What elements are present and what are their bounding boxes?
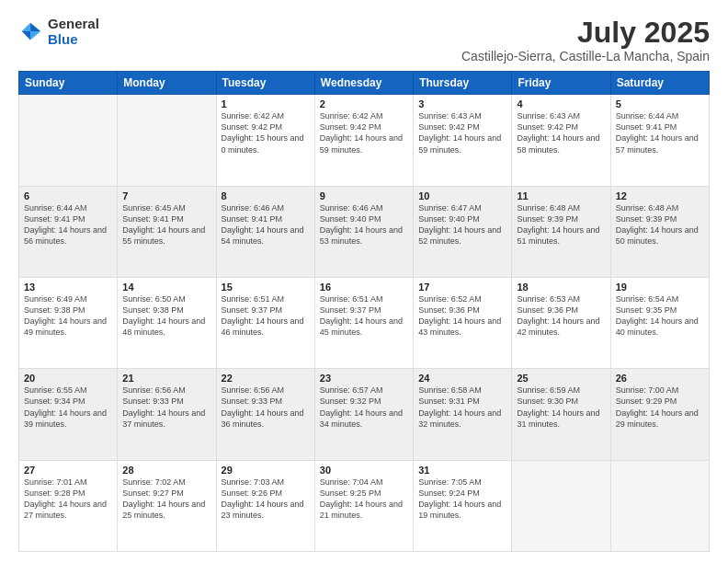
logo: General Blue xyxy=(18,17,99,47)
day-number: 9 xyxy=(320,190,408,201)
day-cell: 30Sunrise: 7:04 AM Sunset: 9:25 PM Dayli… xyxy=(314,460,413,551)
day-info: Sunrise: 6:47 AM Sunset: 9:40 PM Dayligh… xyxy=(418,202,506,247)
day-info: Sunrise: 6:59 AM Sunset: 9:30 PM Dayligh… xyxy=(517,385,605,430)
subtitle: Castillejo-Sierra, Castille-La Mancha, S… xyxy=(461,49,710,63)
day-info: Sunrise: 6:46 AM Sunset: 9:41 PM Dayligh… xyxy=(222,202,310,247)
day-cell: 27Sunrise: 7:01 AM Sunset: 9:28 PM Dayli… xyxy=(19,460,118,551)
day-info: Sunrise: 6:43 AM Sunset: 9:42 PM Dayligh… xyxy=(517,110,605,155)
day-info: Sunrise: 6:42 AM Sunset: 9:42 PM Dayligh… xyxy=(222,110,310,155)
day-info: Sunrise: 6:56 AM Sunset: 9:33 PM Dayligh… xyxy=(222,385,310,430)
day-cell: 4Sunrise: 6:43 AM Sunset: 9:42 PM Daylig… xyxy=(512,95,610,186)
day-number: 7 xyxy=(122,190,210,201)
day-number: 28 xyxy=(122,465,210,476)
day-number: 19 xyxy=(616,282,704,293)
logo-icon xyxy=(18,19,44,45)
day-number: 16 xyxy=(320,282,408,293)
day-number: 11 xyxy=(517,190,605,201)
svg-marker-1 xyxy=(22,22,30,30)
day-number: 27 xyxy=(24,465,112,476)
day-cell: 8Sunrise: 6:46 AM Sunset: 9:41 PM Daylig… xyxy=(216,186,314,277)
day-cell: 9Sunrise: 6:46 AM Sunset: 9:40 PM Daylig… xyxy=(314,186,413,277)
day-number: 2 xyxy=(320,98,408,109)
weekday-header-row: Sunday Monday Tuesday Wednesday Thursday… xyxy=(19,72,710,95)
day-info: Sunrise: 6:45 AM Sunset: 9:41 PM Dayligh… xyxy=(122,202,210,247)
day-info: Sunrise: 6:51 AM Sunset: 9:37 PM Dayligh… xyxy=(222,293,310,339)
day-cell: 29Sunrise: 7:03 AM Sunset: 9:26 PM Dayli… xyxy=(216,460,314,551)
day-cell: 1Sunrise: 6:42 AM Sunset: 9:42 PM Daylig… xyxy=(216,95,314,186)
svg-marker-0 xyxy=(30,22,40,30)
day-info: Sunrise: 6:44 AM Sunset: 9:41 PM Dayligh… xyxy=(616,110,704,155)
day-cell: 5Sunrise: 6:44 AM Sunset: 9:41 PM Daylig… xyxy=(610,95,709,186)
day-info: Sunrise: 6:48 AM Sunset: 9:39 PM Dayligh… xyxy=(517,202,605,247)
day-info: Sunrise: 6:49 AM Sunset: 9:38 PM Dayligh… xyxy=(24,293,112,339)
day-cell: 3Sunrise: 6:43 AM Sunset: 9:42 PM Daylig… xyxy=(414,95,512,186)
day-number: 14 xyxy=(122,282,210,293)
svg-marker-2 xyxy=(30,31,40,40)
day-info: Sunrise: 6:54 AM Sunset: 9:35 PM Dayligh… xyxy=(616,293,704,339)
day-cell: 18Sunrise: 6:53 AM Sunset: 9:36 PM Dayli… xyxy=(512,277,610,368)
day-number: 13 xyxy=(24,282,112,293)
day-info: Sunrise: 6:58 AM Sunset: 9:31 PM Dayligh… xyxy=(418,385,506,430)
day-cell xyxy=(512,460,610,551)
day-cell: 21Sunrise: 6:56 AM Sunset: 9:33 PM Dayli… xyxy=(118,369,216,460)
header-sunday: Sunday xyxy=(19,72,118,95)
day-number: 6 xyxy=(24,190,112,201)
logo-text: General Blue xyxy=(48,17,99,47)
day-info: Sunrise: 6:43 AM Sunset: 9:42 PM Dayligh… xyxy=(418,110,506,155)
header-monday: Monday xyxy=(118,72,216,95)
day-number: 4 xyxy=(517,98,605,109)
header-thursday: Thursday xyxy=(414,72,512,95)
page: General Blue July 2025 Castillejo-Sierra… xyxy=(0,0,728,563)
week-row-3: 13Sunrise: 6:49 AM Sunset: 9:38 PM Dayli… xyxy=(19,277,710,368)
logo-blue: Blue xyxy=(48,32,99,48)
svg-marker-3 xyxy=(22,31,30,40)
week-row-2: 6Sunrise: 6:44 AM Sunset: 9:41 PM Daylig… xyxy=(19,186,710,277)
day-cell: 25Sunrise: 6:59 AM Sunset: 9:30 PM Dayli… xyxy=(512,369,610,460)
day-cell xyxy=(19,95,118,186)
day-cell xyxy=(118,95,216,186)
day-number: 18 xyxy=(517,282,605,293)
day-info: Sunrise: 6:52 AM Sunset: 9:36 PM Dayligh… xyxy=(418,293,506,339)
day-number: 31 xyxy=(418,465,506,476)
day-number: 26 xyxy=(616,373,704,384)
day-cell: 22Sunrise: 6:56 AM Sunset: 9:33 PM Dayli… xyxy=(216,369,314,460)
day-cell: 11Sunrise: 6:48 AM Sunset: 9:39 PM Dayli… xyxy=(512,186,610,277)
day-info: Sunrise: 6:42 AM Sunset: 9:42 PM Dayligh… xyxy=(320,110,408,155)
day-info: Sunrise: 6:50 AM Sunset: 9:38 PM Dayligh… xyxy=(122,293,210,339)
day-cell: 28Sunrise: 7:02 AM Sunset: 9:27 PM Dayli… xyxy=(118,460,216,551)
day-cell: 19Sunrise: 6:54 AM Sunset: 9:35 PM Dayli… xyxy=(610,277,709,368)
header-tuesday: Tuesday xyxy=(216,72,314,95)
day-number: 10 xyxy=(418,190,506,201)
day-cell: 24Sunrise: 6:58 AM Sunset: 9:31 PM Dayli… xyxy=(414,369,512,460)
day-info: Sunrise: 6:46 AM Sunset: 9:40 PM Dayligh… xyxy=(320,202,408,247)
day-cell: 20Sunrise: 6:55 AM Sunset: 9:34 PM Dayli… xyxy=(19,369,118,460)
calendar: Sunday Monday Tuesday Wednesday Thursday… xyxy=(18,71,710,552)
day-number: 17 xyxy=(418,282,506,293)
header: General Blue July 2025 Castillejo-Sierra… xyxy=(18,17,710,63)
day-cell: 16Sunrise: 6:51 AM Sunset: 9:37 PM Dayli… xyxy=(314,277,413,368)
day-number: 1 xyxy=(222,98,310,109)
day-number: 22 xyxy=(222,373,310,384)
header-wednesday: Wednesday xyxy=(314,72,413,95)
day-number: 8 xyxy=(222,190,310,201)
day-number: 20 xyxy=(24,373,112,384)
day-cell: 10Sunrise: 6:47 AM Sunset: 9:40 PM Dayli… xyxy=(414,186,512,277)
day-cell: 14Sunrise: 6:50 AM Sunset: 9:38 PM Dayli… xyxy=(118,277,216,368)
day-cell: 6Sunrise: 6:44 AM Sunset: 9:41 PM Daylig… xyxy=(19,186,118,277)
day-number: 23 xyxy=(320,373,408,384)
day-info: Sunrise: 7:04 AM Sunset: 9:25 PM Dayligh… xyxy=(320,477,408,522)
day-number: 24 xyxy=(418,373,506,384)
day-number: 21 xyxy=(122,373,210,384)
day-cell: 23Sunrise: 6:57 AM Sunset: 9:32 PM Dayli… xyxy=(314,369,413,460)
logo-general: General xyxy=(48,17,99,32)
day-info: Sunrise: 7:03 AM Sunset: 9:26 PM Dayligh… xyxy=(222,477,310,522)
day-number: 29 xyxy=(222,465,310,476)
header-friday: Friday xyxy=(512,72,610,95)
day-number: 30 xyxy=(320,465,408,476)
day-number: 25 xyxy=(517,373,605,384)
main-title: July 2025 xyxy=(461,17,710,49)
day-info: Sunrise: 7:00 AM Sunset: 9:29 PM Dayligh… xyxy=(616,385,704,430)
day-number: 12 xyxy=(616,190,704,201)
day-info: Sunrise: 7:01 AM Sunset: 9:28 PM Dayligh… xyxy=(24,477,112,522)
day-info: Sunrise: 7:05 AM Sunset: 9:24 PM Dayligh… xyxy=(418,477,506,522)
